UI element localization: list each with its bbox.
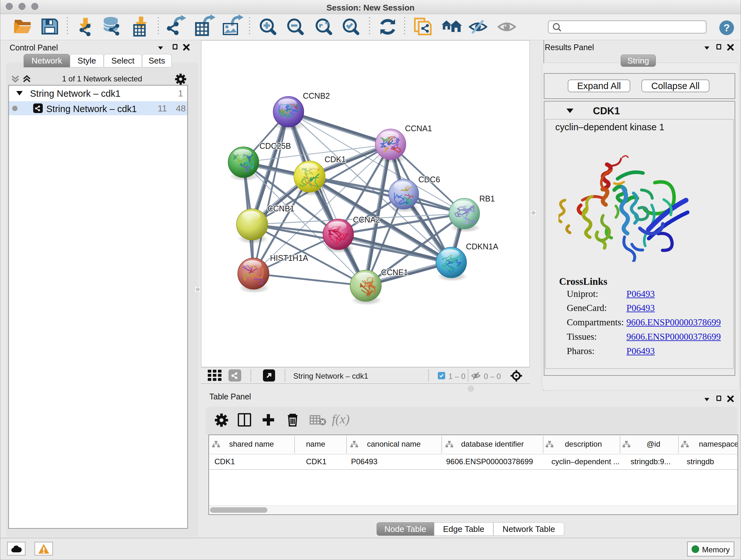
- svg-text:CCNB1: CCNB1: [267, 204, 294, 213]
- svg-text:CDKN1A: CDKN1A: [466, 242, 498, 251]
- svg-text:CDC25B: CDC25B: [259, 141, 291, 150]
- svg-text:CCNE1: CCNE1: [381, 268, 408, 277]
- svg-text:CDK1: CDK1: [325, 155, 346, 164]
- svg-text:CDC6: CDC6: [418, 175, 440, 184]
- svg-text:HIST1H1A: HIST1H1A: [270, 253, 308, 262]
- svg-text:CCNA2: CCNA2: [353, 215, 380, 224]
- svg-text:CCNB2: CCNB2: [303, 91, 330, 100]
- svg-text:CCNA1: CCNA1: [405, 124, 432, 133]
- svg-text:RB1: RB1: [479, 194, 495, 203]
